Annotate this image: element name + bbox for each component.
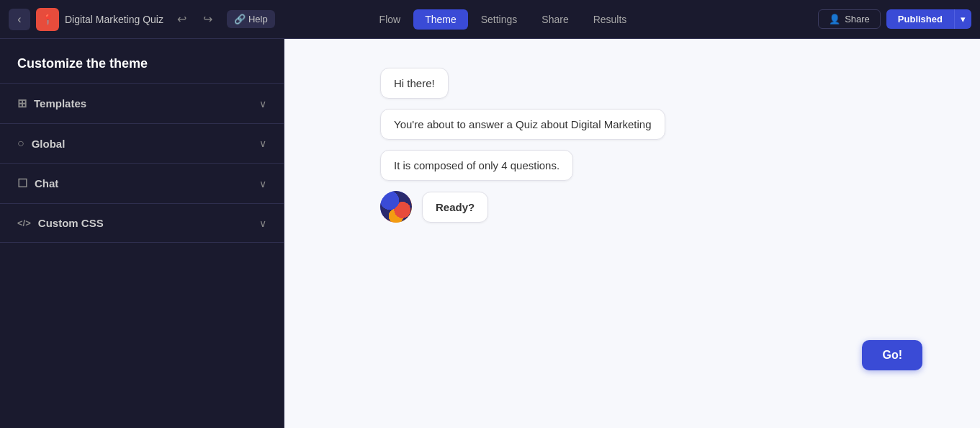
go-button-wrapper: Go! <box>891 369 951 399</box>
main-nav: Flow Theme Settings Share Results <box>368 9 639 30</box>
global-chevron-icon: ∨ <box>259 138 266 149</box>
chat-bubble-1: Hi there! <box>380 68 449 99</box>
share-person-icon: 👤 <box>829 14 840 24</box>
ready-row: Ready? <box>380 191 884 223</box>
chat-bubble-3: It is composed of only 4 questions. <box>380 150 573 181</box>
sidebar-item-chat[interactable]: ☐ Chat ∨ <box>0 164 284 204</box>
sidebar-item-custom-css[interactable]: </> Custom CSS ∨ <box>0 204 284 243</box>
published-button[interactable]: Published <box>886 9 954 29</box>
custom-css-icon: </> <box>17 218 31 228</box>
templates-icon: ⊞ <box>17 97 27 110</box>
main-layout: Customize the theme ⊞ Templates ∨ ○ Glob… <box>0 39 980 428</box>
back-button[interactable]: ‹ <box>9 9 30 30</box>
chat-icon: ☐ <box>17 177 27 190</box>
chat-bubble-2: You're about to answer a Quiz about Digi… <box>380 109 665 140</box>
global-label: Global <box>32 138 66 150</box>
nav-flow[interactable]: Flow <box>368 9 413 30</box>
help-icon: 🔗 <box>234 14 246 24</box>
templates-chevron-icon: ∨ <box>259 98 266 110</box>
sidebar-item-templates[interactable]: ⊞ Templates ∨ <box>0 84 284 124</box>
avatar <box>380 191 412 223</box>
sidebar-item-global[interactable]: ○ Global ∨ <box>0 124 284 164</box>
nav-results[interactable]: Results <box>582 9 639 30</box>
help-label: Help <box>248 14 268 24</box>
undo-button[interactable]: ↩ <box>172 9 192 30</box>
avatar-image <box>380 191 412 223</box>
global-icon: ○ <box>17 137 24 150</box>
preview-area: Hi there! You're about to answer a Quiz … <box>284 39 980 428</box>
chat-container: Hi there! You're about to answer a Quiz … <box>380 68 884 223</box>
nav-settings[interactable]: Settings <box>469 9 529 30</box>
help-button[interactable]: 🔗 Help <box>227 10 275 28</box>
redo-button[interactable]: ↪ <box>198 9 218 30</box>
chat-chevron-icon: ∨ <box>259 178 266 190</box>
topbar-right: 👤 Share Published ▾ <box>818 9 971 29</box>
nav-share[interactable]: Share <box>530 9 580 30</box>
custom-css-label: Custom CSS <box>38 217 104 229</box>
share-label: Share <box>845 14 870 24</box>
sidebar-title: Customize the theme <box>0 39 284 84</box>
document-title: Digital Marketing Quiz <box>65 14 163 25</box>
published-btn-group: Published ▾ <box>886 9 971 29</box>
go-button[interactable]: Go! <box>862 340 922 370</box>
sidebar: Customize the theme ⊞ Templates ∨ ○ Glob… <box>0 39 284 428</box>
custom-css-chevron-icon: ∨ <box>259 218 266 229</box>
chat-label: Chat <box>35 177 58 190</box>
templates-label: Templates <box>34 97 86 110</box>
topbar: ‹ 📍 Digital Marketing Quiz ↩ ↪ 🔗 Help Fl… <box>0 0 980 39</box>
nav-theme[interactable]: Theme <box>413 9 468 30</box>
published-dropdown-button[interactable]: ▾ <box>954 9 971 29</box>
share-button[interactable]: 👤 Share <box>818 9 881 29</box>
app-logo: 📍 <box>36 8 59 31</box>
ready-bubble: Ready? <box>422 192 488 223</box>
